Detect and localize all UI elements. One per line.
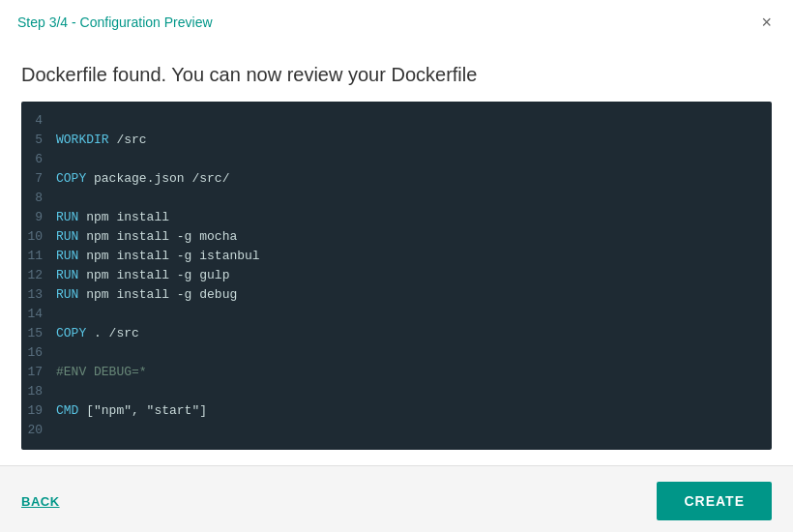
- modal-footer: BACK CREATE: [0, 465, 793, 532]
- section-title: Dockerfile found. You can now review you…: [21, 64, 772, 86]
- line-number: 18: [21, 382, 56, 401]
- line-number: 15: [21, 324, 56, 343]
- line-number: 20: [21, 421, 56, 440]
- line-number: 8: [21, 189, 56, 208]
- line-number: 19: [21, 401, 56, 421]
- table-row: 20: [21, 421, 772, 440]
- create-button[interactable]: CREATE: [657, 482, 772, 520]
- code-container: 45WORKDIR /src67COPY package.json /src/8…: [21, 102, 772, 450]
- table-row: 12RUN npm install -g gulp: [21, 266, 772, 285]
- line-number: 13: [21, 285, 56, 305]
- line-content: COPY package.json /src/: [56, 169, 229, 189]
- table-row: 15COPY . /src: [21, 324, 772, 343]
- close-button[interactable]: ×: [757, 14, 776, 31]
- line-content: RUN npm install -g istanbul: [56, 247, 260, 266]
- table-row: 17#ENV DEBUG=*: [21, 363, 772, 382]
- back-button[interactable]: BACK: [21, 494, 60, 509]
- line-number: 4: [21, 111, 56, 131]
- table-row: 18: [21, 382, 772, 401]
- line-number: 12: [21, 266, 56, 285]
- table-row: 16: [21, 343, 772, 363]
- line-content: COPY . /src: [56, 324, 139, 343]
- line-number: 7: [21, 169, 56, 189]
- code-scroll[interactable]: 45WORKDIR /src67COPY package.json /src/8…: [21, 102, 772, 450]
- table-row: 4: [21, 111, 772, 131]
- table-row: 9RUN npm install: [21, 208, 772, 227]
- modal-body: Dockerfile found. You can now review you…: [0, 41, 793, 465]
- line-number: 17: [21, 363, 56, 382]
- modal-container: Step 3/4 - Configuration Preview × Docke…: [0, 0, 793, 532]
- table-row: 19CMD ["npm", "start"]: [21, 401, 772, 421]
- line-content: RUN npm install -g mocha: [56, 227, 237, 247]
- line-number: 14: [21, 305, 56, 324]
- table-row: 13RUN npm install -g debug: [21, 285, 772, 305]
- table-row: 10RUN npm install -g mocha: [21, 227, 772, 247]
- table-row: 6: [21, 150, 772, 169]
- line-content: RUN npm install -g gulp: [56, 266, 229, 285]
- line-number: 9: [21, 208, 56, 227]
- line-number: 5: [21, 131, 56, 150]
- line-content: #ENV DEBUG=*: [56, 363, 147, 382]
- line-number: 10: [21, 227, 56, 247]
- line-number: 6: [21, 150, 56, 169]
- modal-header: Step 3/4 - Configuration Preview ×: [0, 0, 793, 31]
- line-content: RUN npm install -g debug: [56, 285, 237, 305]
- table-row: 11RUN npm install -g istanbul: [21, 247, 772, 266]
- table-row: 7COPY package.json /src/: [21, 169, 772, 189]
- line-content: RUN npm install: [56, 208, 169, 227]
- step-title: Step 3/4 - Configuration Preview: [17, 15, 213, 30]
- table-row: 14: [21, 305, 772, 324]
- table-row: 5WORKDIR /src: [21, 131, 772, 150]
- table-row: 8: [21, 189, 772, 208]
- line-content: CMD ["npm", "start"]: [56, 401, 207, 421]
- line-number: 16: [21, 343, 56, 363]
- line-number: 11: [21, 247, 56, 266]
- line-content: WORKDIR /src: [56, 131, 147, 150]
